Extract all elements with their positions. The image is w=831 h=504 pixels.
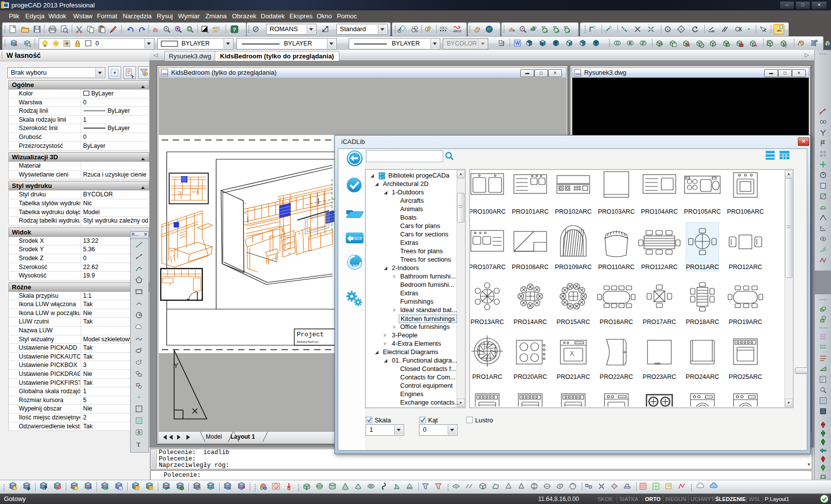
svg-text:PRO20ARC: PRO20ARC	[513, 373, 547, 380]
svg-text:PRO13ARC: PRO13ARC	[470, 319, 504, 325]
svg-text:PRO16ARC: PRO16ARC	[600, 319, 633, 325]
svg-text:PRO108ARC: PRO108ARC	[512, 264, 549, 271]
svg-text:W: W	[515, 41, 520, 46]
svg-text:PRO107ARC: PRO107ARC	[470, 264, 506, 271]
svg-text:PRO106ARC: PRO106ARC	[727, 208, 764, 215]
svg-text:0: 0	[95, 40, 99, 47]
svg-text:PRO23ARC: PRO23ARC	[643, 373, 676, 380]
svg-text:Y: Y	[174, 362, 179, 369]
svg-text:z: z	[568, 30, 570, 33]
svg-text:M: M	[416, 30, 418, 33]
svg-text:PRO101ARC: PRO101ARC	[512, 208, 549, 215]
svg-text:?: ?	[233, 27, 236, 33]
svg-text:PRO18ARC: PRO18ARC	[686, 319, 719, 325]
svg-text:ABCD: ABCD	[453, 30, 462, 33]
svg-text:PRO22ARC: PRO22ARC	[600, 373, 633, 380]
svg-text:50: 50	[712, 30, 715, 33]
svg-text:PRO105ARC: PRO105ARC	[684, 208, 721, 215]
svg-text:PRO25ARC: PRO25ARC	[729, 373, 762, 380]
svg-text:Y: Y	[557, 30, 559, 33]
svg-text:Q: Q	[784, 44, 787, 47]
svg-text:PRO100ARC: PRO100ARC	[470, 208, 506, 215]
svg-text:PRO12ARC: PRO12ARC	[729, 264, 762, 271]
svg-text:PRO15ARC: PRO15ARC	[556, 319, 590, 325]
svg-text:PRO24ARC: PRO24ARC	[686, 373, 719, 380]
svg-text:T: T	[137, 441, 140, 448]
svg-text:PRO110ARC: PRO110ARC	[598, 264, 634, 271]
svg-text:PRO102ARC: PRO102ARC	[555, 208, 592, 215]
svg-text:PRO112ARC: PRO112ARC	[641, 264, 677, 271]
svg-text:Project: Project	[297, 331, 324, 338]
svg-text:PRO21ARC: PRO21ARC	[556, 373, 590, 380]
svg-text:x: x	[546, 30, 548, 33]
svg-text:PRO11ARC: PRO11ARC	[686, 264, 719, 271]
svg-text:PRO14ARC: PRO14ARC	[513, 319, 547, 325]
svg-text:PRO19ARC: PRO19ARC	[729, 319, 762, 325]
svg-text:PRO103ARC: PRO103ARC	[598, 208, 635, 215]
svg-text:A B C: A B C	[440, 26, 448, 29]
svg-text:PRO109ARC: PRO109ARC	[555, 264, 592, 271]
svg-text:DWG: DWG	[575, 73, 581, 76]
svg-text:DWG: DWG	[162, 73, 168, 76]
svg-text:CAD: CAD	[350, 264, 359, 268]
svg-text:PRO17ARC: PRO17ARC	[643, 319, 676, 325]
svg-text:C: C	[218, 26, 220, 30]
svg-text:PRO1ARC: PRO1ARC	[472, 373, 502, 380]
svg-text:10: 10	[275, 485, 278, 488]
svg-text:DeliveryTech inc: DeliveryTech inc	[297, 340, 319, 343]
svg-text:PRO104ARC: PRO104ARC	[641, 208, 678, 215]
